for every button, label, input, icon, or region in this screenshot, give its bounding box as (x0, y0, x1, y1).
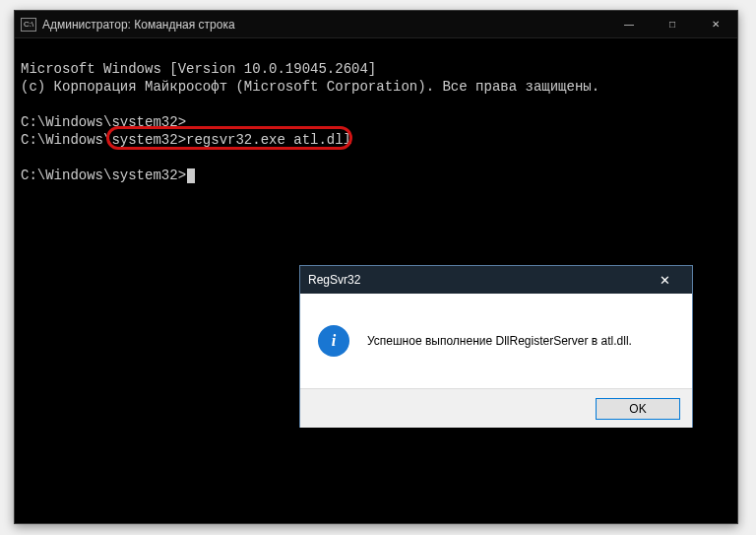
console-line: (c) Корпорация Майкрософт (Microsoft Cor… (21, 79, 599, 95)
console-line: Microsoft Windows [Version 10.0.19045.26… (21, 61, 376, 77)
prompt-path: C:\Windows\system32> (21, 167, 186, 183)
entered-command: regsvr32.exe atl.dll (186, 132, 351, 148)
minimize-icon: — (624, 19, 634, 30)
console-body[interactable]: Microsoft Windows [Version 10.0.19045.26… (15, 38, 737, 206)
text-cursor (187, 168, 195, 183)
minimize-button[interactable]: — (607, 11, 651, 37)
console-icon: C:\ (21, 18, 36, 32)
console-titlebar[interactable]: C:\ Администратор: Командная строка — □ … (15, 11, 737, 38)
info-icon: i (318, 325, 349, 357)
dialog-title: RegSvr32 (308, 273, 360, 287)
console-prompt: C:\Windows\system32> (21, 167, 195, 183)
close-icon: ✕ (712, 19, 720, 30)
console-prompt: C:\Windows\system32> (21, 114, 186, 130)
info-glyph: i (332, 332, 336, 350)
dialog-message: Успешное выполнение DllRegisterServer в … (367, 334, 632, 348)
console-title: Администратор: Командная строка (42, 18, 235, 32)
close-icon: ✕ (660, 273, 670, 288)
dialog-body: i Успешное выполнение DllRegisterServer … (300, 294, 692, 388)
ok-label: OK (629, 402, 646, 416)
dialog-close-button[interactable]: ✕ (645, 266, 684, 294)
dialog-footer: OK (300, 388, 692, 428)
console-prompt: C:\Windows\system32>regsvr32.exe atl.dll (21, 132, 351, 148)
maximize-icon: □ (669, 19, 675, 30)
prompt-path: C:\Windows\system32> (21, 132, 186, 148)
maximize-button[interactable]: □ (651, 11, 694, 37)
regsvr32-dialog: RegSvr32 ✕ i Успешное выполнение DllRegi… (299, 265, 693, 428)
close-button[interactable]: ✕ (694, 11, 737, 37)
ok-button[interactable]: OK (596, 398, 680, 420)
window-buttons: — □ ✕ (607, 11, 737, 37)
dialog-titlebar[interactable]: RegSvr32 ✕ (300, 266, 692, 294)
